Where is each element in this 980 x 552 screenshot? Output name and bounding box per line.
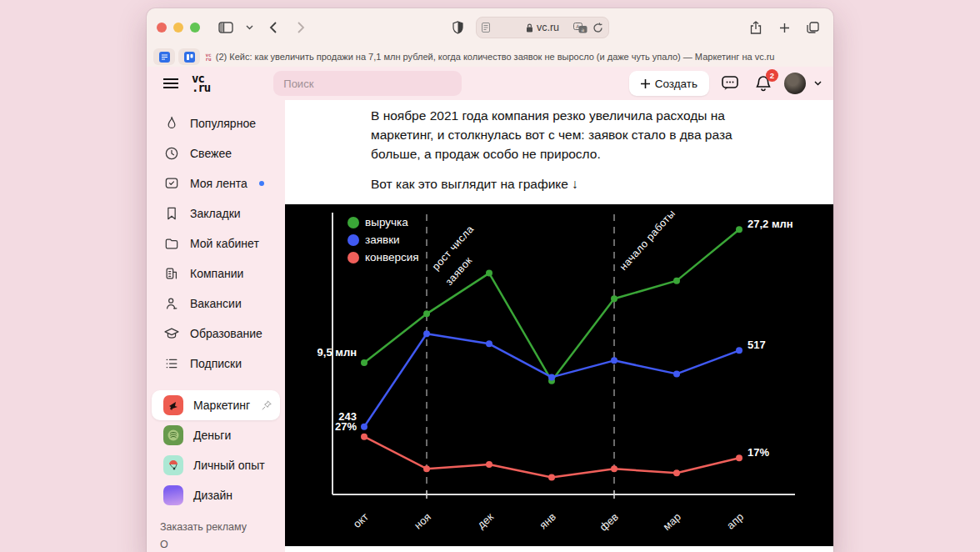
avatar[interactable] bbox=[784, 73, 806, 94]
feed-icon bbox=[163, 175, 180, 192]
notification-badge: 2 bbox=[766, 69, 778, 82]
sidebar-item-5[interactable]: Мой кабинет bbox=[152, 228, 280, 258]
traffic-lights bbox=[157, 23, 200, 33]
building-icon bbox=[163, 265, 180, 282]
svg-text:а: а bbox=[582, 26, 585, 32]
svg-text:апр: апр bbox=[724, 510, 746, 532]
bookmark-icon bbox=[163, 205, 180, 222]
pin-icon[interactable] bbox=[260, 399, 272, 412]
channel-icon bbox=[163, 485, 183, 505]
search-input[interactable] bbox=[273, 71, 462, 96]
sidebar-item-label: Моя лента bbox=[190, 177, 248, 190]
forward-button[interactable] bbox=[290, 18, 312, 38]
sidebar-item-label: Компании bbox=[190, 267, 243, 280]
svg-text:517: 517 bbox=[748, 339, 766, 351]
svg-text:окт: окт bbox=[351, 510, 371, 530]
article-paragraph: В ноябре 2021 года компания резко увелич… bbox=[371, 106, 748, 163]
article-content: В ноябре 2021 года компания резко увелич… bbox=[285, 100, 833, 552]
share-icon[interactable] bbox=[745, 18, 767, 38]
sidebar-item-label: Закладки bbox=[190, 207, 241, 220]
svg-text:27%: 27% bbox=[335, 420, 357, 433]
clock-icon bbox=[163, 145, 180, 162]
active-tab[interactable]: vcru (2) Кейс: как увеличить продажи на … bbox=[147, 52, 833, 62]
channel-label: Деньги bbox=[193, 429, 231, 442]
list-icon bbox=[163, 355, 180, 372]
svg-text:ноя: ноя bbox=[412, 510, 433, 532]
messages-icon[interactable] bbox=[718, 71, 742, 96]
create-button[interactable]: Создать bbox=[629, 71, 709, 96]
sidebar-item-1[interactable]: Популярное bbox=[152, 108, 280, 138]
translate-icon[interactable]: Aа bbox=[573, 23, 588, 33]
sidebar-channel-1[interactable]: Маркетинг bbox=[152, 390, 280, 420]
person-icon bbox=[163, 295, 180, 312]
sidebar-item-label: Популярное bbox=[190, 117, 256, 130]
sidebar-item-label: Свежее bbox=[190, 147, 232, 160]
shield-icon[interactable] bbox=[448, 18, 469, 38]
close-window-button[interactable] bbox=[157, 23, 167, 33]
sidebar-item-3[interactable]: Моя лента bbox=[152, 168, 280, 198]
sidebar-item-2[interactable]: Свежее bbox=[152, 138, 280, 168]
sidebar-item-label: Образование bbox=[190, 327, 262, 340]
pinned-tab-board[interactable] bbox=[178, 48, 200, 65]
tab-bar: vcru (2) Кейс: как увеличить продажи на … bbox=[147, 47, 833, 67]
sidebar-item-9[interactable]: Подписки bbox=[152, 349, 280, 379]
back-button[interactable] bbox=[262, 18, 283, 38]
site-header: vc.ru Создать 2 bbox=[147, 67, 833, 100]
svg-text:9,5 млн: 9,5 млн bbox=[318, 346, 357, 359]
article-paragraph: Вот как это выглядит на графике ↓ bbox=[371, 174, 748, 193]
svg-text:выручка: выручка bbox=[365, 216, 408, 228]
unread-dot bbox=[259, 181, 264, 186]
footer-link[interactable]: Заказать рекламу bbox=[160, 521, 247, 533]
notifications-bell-icon[interactable]: 2 bbox=[751, 71, 776, 96]
sidebar-item-6[interactable]: Компании bbox=[152, 258, 280, 289]
graduation-icon bbox=[163, 325, 180, 342]
profile-chevron-icon[interactable] bbox=[814, 81, 822, 86]
metrics-chart: рост числазаявокначало работыоктноядекян… bbox=[285, 204, 833, 546]
channel-icon bbox=[163, 455, 183, 475]
sidebar-toggle-icon[interactable] bbox=[215, 18, 237, 38]
svg-text:начало работы: начало работы bbox=[618, 208, 678, 273]
address-bar[interactable]: vc.ru Aа bbox=[476, 17, 610, 38]
channel-label: Личный опыт bbox=[193, 459, 265, 472]
vcru-favicon: vcru bbox=[206, 53, 212, 61]
chart-canvas: рост числазаявокначало работыоктноядекян… bbox=[285, 204, 833, 546]
flame-icon bbox=[163, 115, 180, 132]
new-tab-icon[interactable] bbox=[773, 18, 795, 38]
channel-icon bbox=[163, 425, 183, 445]
sidebar-item-4[interactable]: Закладки bbox=[152, 198, 280, 228]
svg-text:конверсия: конверсия bbox=[365, 251, 419, 263]
svg-text:мар: мар bbox=[661, 510, 683, 533]
safari-window: vc.ru Aа vcru (2) Кейс: как увеличить пр bbox=[147, 8, 833, 552]
sidebar: Популярное Свежее Моя лента Закладки Мой… bbox=[147, 100, 285, 552]
zoom-window-button[interactable] bbox=[190, 23, 200, 33]
sidebar-channel-3[interactable]: Личный опыт bbox=[152, 450, 280, 480]
svg-text:27,2 млн: 27,2 млн bbox=[748, 218, 793, 230]
sidebar-item-label: Мой кабинет bbox=[190, 237, 259, 250]
sidebar-item-label: Вакансии bbox=[190, 297, 242, 310]
channel-label: Маркетинг bbox=[193, 399, 250, 412]
channel-icon bbox=[163, 395, 183, 415]
sidebar-channel-4[interactable]: Дизайн bbox=[152, 480, 280, 510]
hamburger-menu-icon[interactable] bbox=[158, 71, 183, 96]
plus-icon bbox=[641, 79, 650, 88]
tab-overview-icon[interactable] bbox=[802, 18, 823, 38]
browser-toolbar: vc.ru Aа bbox=[147, 8, 833, 47]
sidebar-item-8[interactable]: Образование bbox=[152, 319, 280, 349]
sidebar-channel-2[interactable]: Деньги bbox=[152, 420, 280, 450]
svg-text:янв: янв bbox=[537, 510, 558, 531]
folder-icon bbox=[163, 235, 180, 252]
reload-icon[interactable] bbox=[592, 23, 603, 33]
page-icon bbox=[482, 23, 490, 33]
sidebar-item-7[interactable]: Вакансии bbox=[152, 289, 280, 319]
url-text: vc.ru bbox=[537, 22, 559, 33]
tab-title: (2) Кейс: как увеличить продажи на 7,1 м… bbox=[216, 52, 775, 62]
footer-link[interactable]: О проекте bbox=[160, 539, 198, 552]
vcru-logo[interactable]: vc.ru bbox=[192, 74, 210, 93]
chevron-down-icon[interactable] bbox=[243, 18, 255, 38]
sidebar-item-label: Подписки bbox=[190, 357, 242, 370]
pinned-tab-notes[interactable] bbox=[153, 48, 175, 65]
svg-text:17%: 17% bbox=[748, 446, 769, 459]
lock-icon bbox=[526, 23, 533, 33]
minimize-window-button[interactable] bbox=[173, 23, 183, 33]
svg-text:фев: фев bbox=[598, 510, 622, 534]
